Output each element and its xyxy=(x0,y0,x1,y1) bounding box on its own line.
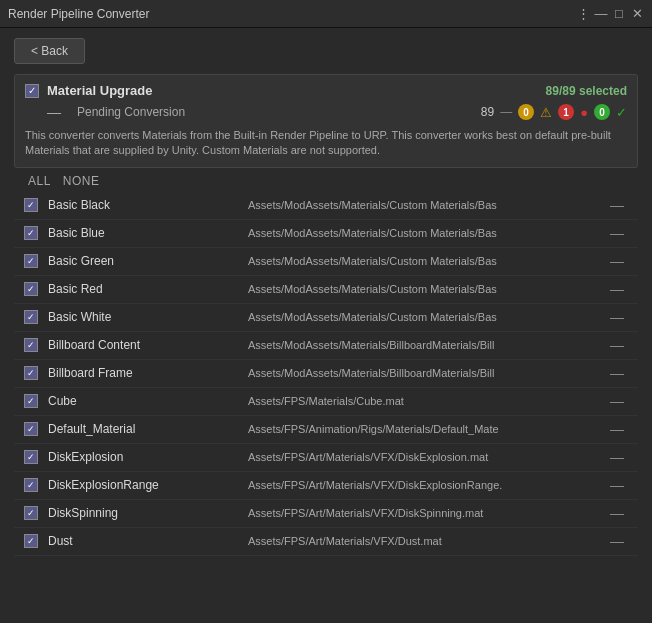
row-name-7: Cube xyxy=(48,394,238,408)
table-row: ✓ Basic Black Assets/ModAssets/Materials… xyxy=(14,192,638,220)
pending-counts: 89 — 0 ⚠ 1 ● 0 ✓ xyxy=(481,104,627,120)
row-path-7: Assets/FPS/Materials/Cube.mat xyxy=(248,395,600,407)
maximize-button[interactable]: □ xyxy=(612,7,626,21)
row-dash-2: — xyxy=(610,253,624,269)
minimize-button[interactable]: — xyxy=(594,7,608,21)
table-row: ✓ Basic White Assets/ModAssets/Materials… xyxy=(14,304,638,332)
warning-badge: 0 xyxy=(518,104,534,120)
all-none-row: ALL NONE xyxy=(14,168,638,192)
row-name-8: Default_Material xyxy=(48,422,238,436)
row-path-2: Assets/ModAssets/Materials/Custom Materi… xyxy=(248,255,600,267)
success-icon: ✓ xyxy=(616,105,627,120)
table-scroll-area[interactable]: ✓ Basic Black Assets/ModAssets/Materials… xyxy=(14,192,638,613)
row-checkbox-12[interactable]: ✓ xyxy=(24,534,38,548)
table-row: ✓ Cube Assets/FPS/Materials/Cube.mat — xyxy=(14,388,638,416)
row-dash-6: — xyxy=(610,365,624,381)
row-dash-8: — xyxy=(610,421,624,437)
row-dash-11: — xyxy=(610,505,624,521)
all-button[interactable]: ALL xyxy=(28,174,51,188)
row-path-3: Assets/ModAssets/Materials/Custom Materi… xyxy=(248,283,600,295)
back-button[interactable]: < Back xyxy=(14,38,85,64)
panel-checkbox[interactable]: ✓ xyxy=(25,84,39,98)
row-path-5: Assets/ModAssets/Materials/BillboardMate… xyxy=(248,339,600,351)
row-checkbox-10[interactable]: ✓ xyxy=(24,478,38,492)
success-badge: 0 xyxy=(594,104,610,120)
row-checkbox-3[interactable]: ✓ xyxy=(24,282,38,296)
row-checkbox-6[interactable]: ✓ xyxy=(24,366,38,380)
row-dash-10: — xyxy=(610,477,624,493)
row-checkbox-9[interactable]: ✓ xyxy=(24,450,38,464)
row-dash-0: — xyxy=(610,197,624,213)
row-path-4: Assets/ModAssets/Materials/Custom Materi… xyxy=(248,311,600,323)
row-path-12: Assets/FPS/Art/Materials/VFX/Dust.mat xyxy=(248,535,600,547)
row-name-4: Basic White xyxy=(48,310,238,324)
main-content: < Back ✓ Material Upgrade 89/89 selected… xyxy=(0,28,652,623)
row-path-6: Assets/ModAssets/Materials/BillboardMate… xyxy=(248,367,600,379)
table-row: ✓ Billboard Frame Assets/ModAssets/Mater… xyxy=(14,360,638,388)
panel-description: This converter converts Materials from t… xyxy=(15,124,637,167)
error-icon: ● xyxy=(580,105,588,120)
row-path-0: Assets/ModAssets/Materials/Custom Materi… xyxy=(248,199,600,211)
row-checkbox-0[interactable]: ✓ xyxy=(24,198,38,212)
table-row: ✓ Dust Assets/FPS/Art/Materials/VFX/Dust… xyxy=(14,528,638,556)
window-controls: ⋮ — □ ✕ xyxy=(576,7,644,21)
table-row: ✓ Default_Material Assets/FPS/Animation/… xyxy=(14,416,638,444)
row-path-8: Assets/FPS/Animation/Rigs/Materials/Defa… xyxy=(248,423,600,435)
title-bar: Render Pipeline Converter ⋮ — □ ✕ xyxy=(0,0,652,28)
row-name-3: Basic Red xyxy=(48,282,238,296)
panel-header: ✓ Material Upgrade 89/89 selected xyxy=(15,75,637,102)
count-separator: — xyxy=(500,105,512,119)
row-dash-1: — xyxy=(610,225,624,241)
close-button[interactable]: ✕ xyxy=(630,7,644,21)
row-dash-3: — xyxy=(610,281,624,297)
row-name-2: Basic Green xyxy=(48,254,238,268)
panel-title: Material Upgrade xyxy=(47,83,152,98)
row-dash-12: — xyxy=(610,533,624,549)
row-checkbox-11[interactable]: ✓ xyxy=(24,506,38,520)
row-name-6: Billboard Frame xyxy=(48,366,238,380)
row-name-1: Basic Blue xyxy=(48,226,238,240)
table-row: ✓ Basic Red Assets/ModAssets/Materials/C… xyxy=(14,276,638,304)
row-dash-7: — xyxy=(610,393,624,409)
row-name-5: Billboard Content xyxy=(48,338,238,352)
menu-button[interactable]: ⋮ xyxy=(576,7,590,21)
pending-conversion-row: — Pending Conversion 89 — 0 ⚠ 1 ● 0 ✓ xyxy=(15,102,637,124)
table-row: ✓ Basic Green Assets/ModAssets/Materials… xyxy=(14,248,638,276)
row-checkbox-7[interactable]: ✓ xyxy=(24,394,38,408)
error-badge: 1 xyxy=(558,104,574,120)
count-total: 89 xyxy=(481,105,494,119)
row-checkbox-1[interactable]: ✓ xyxy=(24,226,38,240)
row-path-1: Assets/ModAssets/Materials/Custom Materi… xyxy=(248,227,600,239)
row-path-9: Assets/FPS/Art/Materials/VFX/DiskExplosi… xyxy=(248,451,600,463)
materials-table: ✓ Basic Black Assets/ModAssets/Materials… xyxy=(14,192,638,613)
row-path-11: Assets/FPS/Art/Materials/VFX/DiskSpinnin… xyxy=(248,507,600,519)
row-name-0: Basic Black xyxy=(48,198,238,212)
row-name-11: DiskSpinning xyxy=(48,506,238,520)
row-name-10: DiskExplosionRange xyxy=(48,478,238,492)
row-checkbox-4[interactable]: ✓ xyxy=(24,310,38,324)
table-row: ✓ Billboard Content Assets/ModAssets/Mat… xyxy=(14,332,638,360)
row-path-10: Assets/FPS/Art/Materials/VFX/DiskExplosi… xyxy=(248,479,600,491)
row-name-9: DiskExplosion xyxy=(48,450,238,464)
none-button[interactable]: NONE xyxy=(63,174,100,188)
table-row: ✓ DiskExplosionRange Assets/FPS/Art/Mate… xyxy=(14,472,638,500)
pending-dash-icon: — xyxy=(47,105,61,119)
pending-label: Pending Conversion xyxy=(77,105,185,119)
row-dash-4: — xyxy=(610,309,624,325)
panel-title-row: ✓ Material Upgrade xyxy=(25,83,152,98)
table-row: ✓ DiskExplosion Assets/FPS/Art/Materials… xyxy=(14,444,638,472)
window-title: Render Pipeline Converter xyxy=(8,7,149,21)
row-checkbox-8[interactable]: ✓ xyxy=(24,422,38,436)
material-upgrade-panel: ✓ Material Upgrade 89/89 selected — Pend… xyxy=(14,74,638,168)
row-checkbox-2[interactable]: ✓ xyxy=(24,254,38,268)
row-name-12: Dust xyxy=(48,534,238,548)
warning-icon: ⚠ xyxy=(540,105,552,120)
row-dash-5: — xyxy=(610,337,624,353)
selected-count: 89/89 selected xyxy=(546,84,627,98)
row-checkbox-5[interactable]: ✓ xyxy=(24,338,38,352)
table-row: ✓ DiskSpinning Assets/FPS/Art/Materials/… xyxy=(14,500,638,528)
table-row: ✓ Basic Blue Assets/ModAssets/Materials/… xyxy=(14,220,638,248)
row-dash-9: — xyxy=(610,449,624,465)
